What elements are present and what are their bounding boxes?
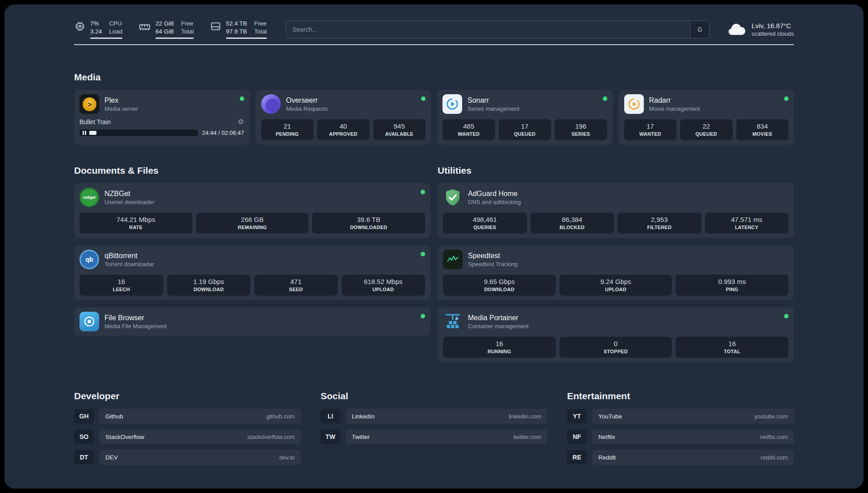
bookmark-github[interactable]: GH Githubgithub.com [74,409,301,424]
section-heading-utilities: Utilities [438,165,794,176]
bookmark-link[interactable]: Netflixnetflix.com [592,429,794,444]
status-dot [421,190,425,194]
memory-labels: FreeTotal [181,20,194,35]
bookmark-netflix[interactable]: NF Netflixnetflix.com [567,429,794,444]
service-card-adguard[interactable]: AdGuard Home DNS and adblocking 498,461Q… [438,183,794,238]
playback-progress-bar[interactable] [79,130,198,136]
bookmark-link[interactable]: DEVdev.to [99,450,301,465]
bookmark-linkedin[interactable]: LI LinkedInlinkedin.com [321,409,547,424]
search-provider-button[interactable]: G [690,21,709,38]
section-social: Social LI LinkedInlinkedin.com TW Twitte… [321,391,547,465]
bookmark-abbr[interactable]: SO [74,430,94,444]
cpu-usage-bar [90,38,122,39]
service-card-speedtest[interactable]: Speedtest Speedtest Tracking 9.65 GbpsDO… [438,245,794,300]
section-heading-media: Media [74,72,794,83]
pause-icon[interactable] [83,131,86,135]
bookmark-stackoverflow[interactable]: SO StackOverflowstackoverflow.com [74,429,301,444]
section-developer: Developer GH Githubgithub.com SO StackOv… [74,391,301,465]
status-dot [421,252,425,256]
memory-values: 22 GiB64 GiB [155,20,174,35]
bookmark-dev[interactable]: DT DEVdev.to [74,450,301,465]
service-name: AdGuard Home [468,190,521,198]
stat-seed: 471SEED [254,275,338,296]
section-utilities: Utilities AdGuard Home DNS and adblockin… [438,165,794,362]
bookmark-link[interactable]: StackOverflowstackoverflow.com [99,429,301,444]
top-bar: 7%3.24 CPULoad 22 GiB64 GiB FreeTotal [74,4,794,39]
bookmark-abbr[interactable]: YT [567,409,587,423]
status-dot [421,96,426,101]
bookmark-link[interactable]: Githubgithub.com [99,409,301,424]
cpu-icon [74,21,86,32]
service-card-portainer[interactable]: Media Portainer Container management 16R… [438,307,794,362]
bookmark-abbr[interactable]: NF [567,430,587,444]
section-heading-entertainment: Entertainment [567,391,794,401]
stat-queued: 22QUEUED [680,119,733,140]
cpu-widget: 7%3.24 CPULoad [74,20,122,39]
stat-total: 16TOTAL [676,337,789,358]
service-card-radarr[interactable]: Radarr Movie management 17WANTED 22QUEUE… [619,90,794,145]
service-name: Radarr [649,96,700,104]
disk-widget: 52.4 TB97.9 TB FreeTotal [210,20,267,39]
section-heading-documents: Documents & Files [74,165,430,176]
service-card-filebrowser[interactable]: File Browser Media File Management [74,307,430,336]
status-dot [784,314,789,318]
cpu-labels: CPULoad [109,20,122,35]
section-heading-social: Social [321,391,547,401]
section-media: Media > Plex Media server Bullet Train [74,72,794,145]
service-card-overseerr[interactable]: Overseerr Media Requests 21PENDING 40APP… [256,90,431,145]
speedtest-icon [443,250,463,269]
stat-leech: 16LEECH [79,275,163,296]
service-description: Torrent downloader [104,261,154,267]
section-entertainment: Entertainment YT YouTubeyoutube.com NF N… [567,391,794,465]
bookmark-abbr[interactable]: GH [74,409,94,423]
service-description: Media File Management [104,323,167,330]
bookmark-twitter[interactable]: TW Twittertwitter.com [321,429,547,444]
service-card-plex[interactable]: > Plex Media server Bullet Train ⚙ [74,90,250,145]
weather-condition: scattered clouds [751,30,794,37]
bookmark-youtube[interactable]: YT YouTubeyoutube.com [567,409,794,424]
now-playing-title: Bullet Train [79,118,111,125]
bookmark-link[interactable]: LinkedInlinkedin.com [346,409,547,424]
service-name: Overseerr [286,96,328,104]
playback-time: 24:44 / 02:06:47 [202,130,244,136]
bookmark-abbr[interactable]: TW [321,430,340,444]
stat-queries: 498,461QUERIES [443,213,527,234]
disk-values: 52.4 TB97.9 TB [226,20,247,35]
service-card-nzbget[interactable]: nzbget NZBGet Usenet downloader 744.21 M… [74,183,430,238]
nzbget-icon: nzbget [79,188,99,207]
search-input[interactable] [286,26,690,33]
stat-wanted: 485WANTED [442,119,495,140]
bookmark-reddit[interactable]: RE Redditreddit.com [567,450,794,465]
service-card-sonarr[interactable]: Sonarr Series management 485WANTED 17QUE… [437,90,613,145]
service-description: DNS and adblocking [468,199,521,205]
stat-rate: 744.21 MbpsRATE [79,213,192,234]
gear-icon[interactable]: ⚙ [238,118,244,125]
service-card-qbittorrent[interactable]: qb qBittorrent Torrent downloader 16LEEC… [74,245,430,300]
stat-remaining: 266 GBREMAINING [196,213,309,234]
stat-running: 16RUNNING [443,337,556,358]
bookmark-link[interactable]: YouTubeyoutube.com [592,409,794,424]
dashboard-panel: 7%3.24 CPULoad 22 GiB64 GiB FreeTotal [4,4,864,489]
stat-download: 9.65 GbpsDOWNLOAD [443,275,556,296]
disk-icon [210,21,221,32]
service-name: Speedtest [468,252,517,260]
cpu-values: 7%3.24 [90,20,102,35]
stat-latency: 47.571 msLATENCY [705,213,789,234]
bookmark-abbr[interactable]: DT [74,450,94,464]
service-description: Container management [468,323,529,330]
bookmark-abbr[interactable]: RE [567,450,587,464]
stat-ping: 0.993 msPING [676,275,789,296]
plex-icon: > [79,94,99,114]
memory-icon [138,21,151,33]
section-heading-developer: Developer [74,391,301,401]
radarr-icon [624,94,644,114]
stat-download: 1.19 GbpsDOWNLOAD [167,275,251,296]
bookmark-link[interactable]: Twittertwitter.com [346,429,547,444]
service-description: Media server [104,105,138,112]
stat-series: 196SERIES [555,119,607,140]
service-description: Media Requests [286,105,328,112]
stat-upload: 618.52 MbpsUPLOAD [342,275,426,296]
service-description: Usenet downloader [104,199,154,205]
bookmark-abbr[interactable]: LI [321,409,340,423]
bookmark-link[interactable]: Redditreddit.com [592,450,794,465]
